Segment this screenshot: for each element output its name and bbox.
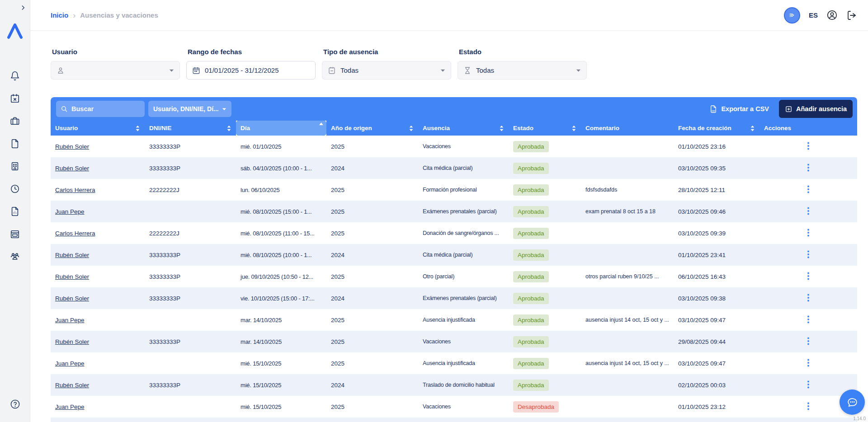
user-link[interactable]: Carlos Herrera — [55, 187, 95, 193]
table-row[interactable]: Rubén Soler 33333333P mié. 01/10/2025 20… — [51, 136, 857, 157]
table-row[interactable]: Rubén Soler 33333333P sáb. 04/10/2025 (1… — [51, 157, 857, 179]
table-row[interactable]: Rubén Soler 33333333P vie. 10/10/2025 (1… — [51, 287, 857, 309]
filter-rango-value: 01/01/2025 - 31/12/2025 — [205, 66, 278, 74]
search-scope-select[interactable]: Usuario, DNI/NIE, Dí... — [148, 101, 231, 117]
export-csv-button[interactable]: csv Exportar a CSV — [709, 105, 769, 113]
row-actions-kebab-icon[interactable] — [807, 142, 809, 150]
calendar-icon[interactable] — [10, 229, 20, 239]
user-link[interactable]: Rubén Soler — [55, 273, 89, 280]
topbar-actions: ES — [784, 7, 857, 23]
row-actions-kebab-icon[interactable] — [807, 207, 809, 215]
table-row[interactable]: Juan Pepe mié. 15/10/2025 2025 Vacacione… — [51, 396, 857, 417]
user-link[interactable]: Juan Pepe — [55, 208, 85, 215]
status-badge: Aprobada — [513, 206, 549, 217]
row-actions-kebab-icon[interactable] — [807, 380, 809, 389]
sidebar-expand-chevron-icon[interactable] — [20, 5, 26, 11]
sort-icon[interactable] — [571, 125, 576, 131]
language-selector[interactable]: ES — [809, 11, 818, 19]
time-clock-icon[interactable] — [10, 184, 20, 194]
user-profile-icon[interactable] — [826, 9, 838, 21]
user-link[interactable]: Rubén Soler — [55, 295, 89, 302]
row-actions-kebab-icon[interactable] — [807, 185, 809, 193]
table-row[interactable]: Juan Pepe Aprobada — [51, 417, 857, 422]
sidebar-nav — [0, 71, 30, 262]
logout-icon[interactable] — [846, 10, 857, 21]
column-header[interactable]: Acciones — [760, 121, 857, 136]
table-row[interactable]: Juan Pepe mié. 08/10/2025 (15:00 - 1... … — [51, 201, 857, 222]
absence-type-cell: Cita médica (parcial) — [418, 244, 509, 266]
table-row[interactable]: Juan Pepe mié. 15/10/2025 2025 Ausencia … — [51, 352, 857, 374]
help-icon[interactable] — [10, 399, 20, 409]
row-actions-kebab-icon[interactable] — [807, 294, 809, 302]
row-actions-kebab-icon[interactable] — [807, 315, 809, 324]
origin-year-cell: 2025 — [326, 331, 418, 352]
filter-usuario-select[interactable] — [51, 61, 180, 80]
table-row[interactable]: Rubén Soler 33333333P mié. 15/10/2025 20… — [51, 374, 857, 396]
column-header[interactable]: Ausencia — [418, 121, 509, 136]
column-header[interactable]: DNI/NIE — [145, 121, 236, 136]
absence-type-cell: Traslado de domicilio habitual — [418, 374, 509, 396]
report-document-icon[interactable] — [10, 206, 20, 216]
table-row[interactable]: Carlos Herrera 22222222J mié. 08/10/2025… — [51, 222, 857, 244]
notifications-bell-icon[interactable] — [10, 71, 20, 81]
filter-rango-input[interactable]: 01/01/2025 - 31/12/2025 — [186, 61, 316, 80]
table-row[interactable]: Rubén Soler 33333333P mié. 08/10/2025 (1… — [51, 244, 857, 266]
company-building-icon[interactable] — [10, 161, 20, 171]
row-actions-kebab-icon[interactable] — [807, 272, 809, 280]
row-actions-kebab-icon[interactable] — [807, 164, 809, 172]
search-box[interactable] — [56, 101, 145, 117]
dni-cell: 33333333P — [145, 374, 236, 396]
origin-year-cell: 2025 — [326, 179, 418, 201]
row-actions-kebab-icon[interactable] — [807, 250, 809, 258]
table-row[interactable]: Rubén Soler 33333333P jue. 09/10/2025 (1… — [51, 266, 857, 287]
chat-support-button[interactable] — [840, 389, 865, 415]
comment-cell — [581, 396, 674, 417]
column-header[interactable]: Fecha de creación — [674, 121, 760, 136]
sort-icon[interactable] — [135, 125, 140, 131]
table-row[interactable]: Rubén Soler 33333333P mar. 14/10/2025 20… — [51, 331, 857, 352]
actions-cell — [760, 136, 857, 157]
user-link[interactable]: Rubén Soler — [55, 338, 89, 345]
breadcrumb-home-link[interactable]: Inicio — [51, 11, 68, 19]
sort-icon[interactable] — [226, 125, 231, 131]
search-input[interactable] — [71, 105, 140, 113]
people-group-icon[interactable] — [9, 252, 20, 262]
add-absence-button[interactable]: Añadir ausencia — [779, 100, 853, 118]
user-link[interactable]: Juan Pepe — [55, 317, 85, 324]
row-actions-kebab-icon[interactable] — [807, 337, 809, 345]
sort-icon[interactable] — [750, 125, 755, 131]
user-link[interactable]: Juan Pepe — [55, 360, 85, 367]
user-link[interactable]: Rubén Soler — [55, 252, 89, 258]
plus-square-icon — [785, 105, 793, 113]
filter-estado: Estado Todas — [458, 48, 587, 80]
tour-play-button[interactable] — [784, 7, 800, 23]
column-header[interactable]: Usuario — [51, 121, 145, 136]
row-actions-kebab-icon[interactable] — [807, 359, 809, 367]
filter-tipo-select[interactable]: Todas — [322, 61, 451, 80]
user-link[interactable]: Rubén Soler — [55, 165, 89, 172]
sort-icon[interactable] — [409, 125, 414, 131]
row-actions-kebab-icon[interactable] — [807, 402, 809, 410]
creation-date-cell: 29/08/2025 09:44 — [674, 331, 760, 352]
svg-text:csv: csv — [712, 109, 715, 112]
column-header[interactable]: Día — [236, 121, 326, 136]
user-link[interactable]: Carlos Herrera — [55, 230, 95, 237]
column-header[interactable]: Comentario — [581, 121, 674, 136]
status-badge: Aprobada — [513, 184, 549, 196]
column-header[interactable]: Estado — [509, 121, 581, 136]
table-row[interactable]: Carlos Herrera 22222222J lun. 06/10/2025… — [51, 179, 857, 201]
column-header[interactable]: Año de origen — [326, 121, 418, 136]
actions-cell — [760, 287, 857, 309]
user-link[interactable]: Juan Pepe — [55, 403, 85, 410]
row-actions-kebab-icon[interactable] — [807, 229, 809, 237]
sort-icon[interactable] — [499, 125, 504, 131]
briefcase-icon[interactable] — [10, 116, 20, 126]
document-icon[interactable] — [10, 139, 20, 149]
origin-year-cell: 2025 — [326, 266, 418, 287]
user-link[interactable]: Rubén Soler — [55, 382, 89, 389]
user-link[interactable]: Rubén Soler — [55, 143, 89, 150]
table-row[interactable]: Juan Pepe mar. 14/10/2025 2025 Ausencia … — [51, 309, 857, 331]
filter-estado-select[interactable]: Todas — [458, 61, 587, 80]
absence-type-cell: Otro (parcial) — [418, 266, 509, 287]
absence-calendar-x-icon[interactable] — [10, 94, 20, 103]
